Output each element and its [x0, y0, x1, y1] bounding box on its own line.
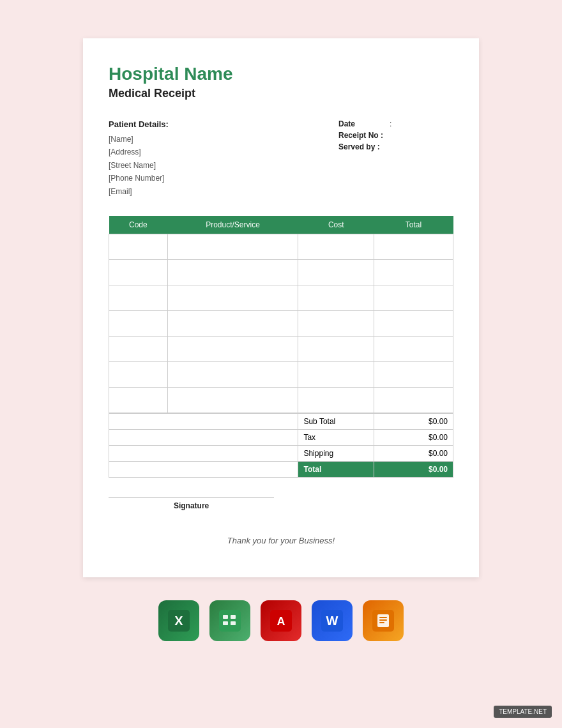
svg-text:A: A — [277, 615, 285, 628]
patient-details-label: Patient Details: — [109, 119, 169, 129]
svg-rect-6 — [231, 621, 236, 625]
date-row: Date : — [338, 119, 453, 128]
svg-rect-13 — [379, 617, 387, 618]
subtotal-label: Sub Total — [298, 413, 374, 429]
table-row — [109, 310, 453, 336]
tax-label: Tax — [298, 429, 374, 445]
info-section: Patient Details: [Name] [Address] [Stree… — [109, 119, 453, 198]
svg-rect-4 — [231, 615, 236, 619]
acrobat-icon[interactable]: A — [261, 600, 301, 641]
table-row — [109, 234, 453, 259]
svg-rect-14 — [379, 619, 387, 621]
items-table: Code Product/Service Cost Total — [109, 216, 453, 413]
summary-table: Sub Total $0.00 Tax $0.00 Shipping $0.00… — [109, 413, 453, 478]
patient-street: [Street Name] — [109, 159, 169, 172]
served-by-row: Served by : — [338, 142, 453, 151]
excel-svg: X — [167, 609, 191, 633]
receipt-no-label: Receipt No : — [338, 131, 390, 140]
pages-svg — [371, 609, 395, 633]
shipping-value: $0.00 — [374, 445, 453, 461]
svg-rect-15 — [379, 622, 384, 623]
total-label: Total — [298, 461, 374, 477]
receipt-title: Medical Receipt — [109, 87, 453, 100]
app-icons-bar: X A W — [158, 600, 404, 641]
patient-email: [Email] — [109, 185, 169, 198]
total-value: $0.00 — [374, 461, 453, 477]
col-header-cost: Cost — [298, 216, 374, 234]
pages-icon[interactable] — [363, 600, 404, 641]
total-left-spacer — [109, 461, 298, 477]
table-row — [109, 285, 453, 310]
tax-left-spacer — [109, 429, 298, 445]
served-by-label: Served by : — [338, 142, 390, 151]
svg-text:X: X — [174, 614, 183, 628]
word-svg: W — [320, 609, 344, 633]
receipt-info-block: Date : Receipt No : Served by : — [338, 119, 453, 198]
table-row — [109, 336, 453, 361]
subtotal-value: $0.00 — [374, 413, 453, 429]
bottom-area: Signature — [109, 497, 453, 510]
col-header-total: Total — [374, 216, 453, 234]
svg-rect-5 — [223, 621, 228, 625]
signature-line — [109, 497, 274, 497]
col-header-product: Product/Service — [167, 216, 298, 234]
table-row — [109, 387, 453, 413]
word-icon[interactable]: W — [312, 600, 353, 641]
numbers-icon[interactable] — [209, 600, 250, 641]
svg-text:W: W — [326, 614, 338, 628]
shipping-label: Shipping — [298, 445, 374, 461]
total-row: Total $0.00 — [109, 461, 453, 477]
svg-rect-3 — [223, 615, 228, 619]
excel-icon[interactable]: X — [158, 600, 199, 641]
date-label: Date — [338, 119, 390, 128]
patient-address: [Address] — [109, 146, 169, 158]
shipping-row: Shipping $0.00 — [109, 445, 453, 461]
subtotal-left-spacer — [109, 413, 298, 429]
signature-label: Signature — [109, 501, 274, 510]
template-badge: TEMPLATE.NET — [494, 706, 552, 718]
date-colon: : — [390, 119, 391, 128]
receipt-no-row: Receipt No : — [338, 131, 453, 140]
tax-value: $0.00 — [374, 429, 453, 445]
patient-name: [Name] — [109, 133, 169, 146]
subtotal-row: Sub Total $0.00 — [109, 413, 453, 429]
table-row — [109, 259, 453, 285]
shipping-left-spacer — [109, 445, 298, 461]
signature-section: Signature — [109, 497, 274, 510]
col-header-code: Code — [109, 216, 168, 234]
thank-you-message: Thank you for your Business! — [109, 536, 453, 545]
hospital-name: Hospital Name — [109, 64, 453, 84]
receipt-document: Hospital Name Medical Receipt Patient De… — [83, 38, 479, 577]
acrobat-svg: A — [269, 609, 293, 633]
table-row — [109, 361, 453, 387]
patient-details-block: Patient Details: [Name] [Address] [Stree… — [109, 119, 169, 198]
tax-row: Tax $0.00 — [109, 429, 453, 445]
numbers-svg — [218, 609, 242, 633]
patient-phone: [Phone Number] — [109, 172, 169, 185]
svg-rect-2 — [219, 610, 241, 632]
